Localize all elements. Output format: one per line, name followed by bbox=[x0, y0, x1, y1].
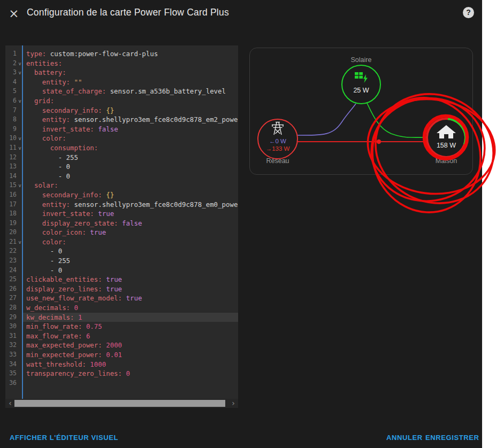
code-line-6[interactable]: 6v grid: bbox=[5, 96, 238, 106]
code-line-26[interactable]: 26display_zero_lines: true bbox=[5, 284, 238, 294]
code-line-19[interactable]: 19 display_zero_state: false bbox=[5, 219, 238, 228]
code-line-11[interactable]: 11v consumption: bbox=[5, 143, 238, 153]
power-flow-card-preview: Solaire 25 W ←0 W →133 W Réseau 158 W Ma… bbox=[249, 48, 473, 175]
line-gutter: 24 bbox=[5, 266, 23, 275]
line-gutter: 23 bbox=[5, 256, 23, 266]
code-line-16[interactable]: 16 secondary_info: {} bbox=[5, 190, 238, 200]
code-line-9[interactable]: 9 invert_state: false bbox=[5, 125, 238, 134]
line-gutter: 26 bbox=[5, 284, 23, 294]
code-line-4[interactable]: 4 entity: "" bbox=[5, 78, 238, 87]
code-line-17[interactable]: 17 entity: sensor.shellypro3em_fce8c0d9c… bbox=[5, 200, 238, 210]
line-gutter: 21v bbox=[5, 237, 23, 247]
grid-node-label: Réseau bbox=[251, 157, 304, 165]
code-line-27[interactable]: 27use_new_flow_rate_model: true bbox=[5, 293, 238, 303]
line-gutter: 34 bbox=[5, 360, 23, 369]
line-gutter: 9 bbox=[5, 125, 23, 134]
line-gutter: 15v bbox=[5, 181, 23, 190]
help-icon[interactable]: ? bbox=[463, 7, 474, 18]
code-lines[interactable]: 1type: custom:power-flow-card-plus2venti… bbox=[5, 45, 238, 399]
flow-dot bbox=[377, 140, 381, 144]
grid-import-value[interactable]: →133 W bbox=[251, 145, 304, 152]
code-line-22[interactable]: 22 - 0 bbox=[5, 246, 238, 256]
line-gutter: 1 bbox=[5, 49, 23, 59]
line-gutter: 10v bbox=[5, 134, 23, 143]
close-icon[interactable]: × bbox=[6, 6, 21, 21]
code-line-25[interactable]: 25clickable_entities: true bbox=[5, 275, 238, 284]
code-line-12[interactable]: 12 - 255 bbox=[5, 153, 238, 163]
code-line-15[interactable]: 15v solar: bbox=[5, 181, 238, 190]
code-line-1[interactable]: 1type: custom:power-flow-card-plus bbox=[5, 49, 238, 59]
solar-node-label: Solaire bbox=[329, 56, 393, 64]
line-gutter: 7 bbox=[5, 106, 23, 115]
code-line-14[interactable]: 14 - 0 bbox=[5, 172, 238, 181]
power-flow-diagram bbox=[250, 48, 474, 175]
line-gutter: 20 bbox=[5, 228, 23, 237]
yaml-editor[interactable]: 1type: custom:power-flow-card-plus2venti… bbox=[5, 45, 238, 408]
line-gutter: 35 bbox=[5, 369, 23, 379]
page: × Configuration de la carte Power Flow C… bbox=[0, 0, 496, 448]
grid-export-value[interactable]: ←0 W bbox=[251, 138, 304, 144]
show-visual-editor-button[interactable]: AFFICHER L'ÉDITEUR VISUEL bbox=[10, 434, 118, 442]
line-gutter: 12 bbox=[5, 153, 23, 163]
code-line-2[interactable]: 2ventities: bbox=[5, 59, 238, 68]
line-gutter: 36 bbox=[5, 379, 23, 388]
code-line-3[interactable]: 3v battery: bbox=[5, 68, 238, 78]
code-line-7[interactable]: 7 secondary_info: {} bbox=[5, 106, 238, 115]
line-gutter: 30 bbox=[5, 322, 23, 331]
solar-node-circle[interactable] bbox=[342, 65, 380, 104]
code-line-10[interactable]: 10v color: bbox=[5, 134, 238, 143]
dialog-header: × Configuration de la carte Power Flow C… bbox=[0, 0, 482, 28]
line-gutter: 2v bbox=[5, 59, 23, 68]
code-line-32[interactable]: 32max_expected_power: 2000 bbox=[5, 341, 238, 350]
line-gutter: 32 bbox=[5, 341, 23, 350]
line-gutter: 33 bbox=[5, 350, 23, 360]
line-gutter: 14 bbox=[5, 172, 23, 181]
scroll-left-icon[interactable]: ‹ bbox=[6, 399, 14, 408]
grid-to-solar-line bbox=[297, 104, 356, 135]
line-gutter: 27 bbox=[5, 293, 23, 303]
cancel-button[interactable]: ANNULER bbox=[386, 434, 423, 442]
line-gutter: 29 bbox=[5, 313, 23, 322]
line-gutter: 22 bbox=[5, 246, 23, 256]
code-line-29[interactable]: 29kw_decimals: 1 bbox=[5, 313, 238, 322]
code-line-34[interactable]: 34watt_threshold: 1000 bbox=[5, 360, 238, 369]
card-config-dialog: × Configuration de la carte Power Flow C… bbox=[0, 0, 482, 448]
code-line-35[interactable]: 35transparency_zero_lines: 0 bbox=[5, 369, 238, 379]
code-line-28[interactable]: 28w_decimals: 0 bbox=[5, 303, 238, 313]
save-button[interactable]: ENREGISTRER bbox=[425, 434, 479, 442]
code-line-33[interactable]: 33min_expected_power: 0.01 bbox=[5, 350, 238, 360]
line-gutter: 4 bbox=[5, 78, 23, 87]
line-gutter: 3v bbox=[5, 68, 23, 78]
line-gutter: 17 bbox=[5, 200, 23, 210]
home-node-label: Maison bbox=[419, 157, 473, 165]
code-line-18[interactable]: 18 invert_state: true bbox=[5, 209, 238, 219]
solar-to-home-line bbox=[367, 103, 427, 137]
line-gutter: 31 bbox=[5, 331, 23, 341]
line-gutter: 5 bbox=[5, 87, 23, 96]
horizontal-scrollbar[interactable]: ‹ › bbox=[5, 399, 238, 408]
solar-node-value[interactable]: 25 W bbox=[334, 87, 388, 94]
code-line-24[interactable]: 24 - 0 bbox=[5, 266, 238, 275]
code-line-5[interactable]: 5 state_of_charge: sensor.sm_a536b_batte… bbox=[5, 87, 238, 96]
dialog-title: Configuration de la carte Power Flow Car… bbox=[27, 7, 229, 18]
code-line-13[interactable]: 13 - 0 bbox=[5, 162, 238, 172]
line-gutter: 16 bbox=[5, 190, 23, 200]
line-gutter: 13 bbox=[5, 162, 23, 172]
code-line-21[interactable]: 21v color: bbox=[5, 237, 238, 247]
code-line-8[interactable]: 8 entity: sensor.shellypro3em_fce8c0d9c8… bbox=[5, 115, 238, 125]
line-gutter: 18 bbox=[5, 209, 23, 219]
code-line-30[interactable]: 30min_flow_rate: 0.75 bbox=[5, 322, 238, 331]
code-line-23[interactable]: 23 - 255 bbox=[5, 256, 238, 266]
code-line-31[interactable]: 31max_flow_rate: 6 bbox=[5, 331, 238, 341]
home-node-value[interactable]: 158 W bbox=[419, 142, 473, 149]
code-line-20[interactable]: 20 color_icon: true bbox=[5, 228, 238, 237]
line-gutter: 25 bbox=[5, 275, 23, 284]
line-gutter: 19 bbox=[5, 219, 23, 228]
line-gutter: 28 bbox=[5, 303, 23, 313]
line-gutter: 8 bbox=[5, 115, 23, 125]
scroll-right-icon[interactable]: › bbox=[230, 399, 237, 408]
scrollbar-thumb[interactable] bbox=[14, 400, 225, 407]
line-gutter: 11v bbox=[5, 143, 23, 153]
gutter-divider bbox=[22, 45, 23, 399]
code-line-36[interactable]: 36 bbox=[5, 379, 238, 388]
